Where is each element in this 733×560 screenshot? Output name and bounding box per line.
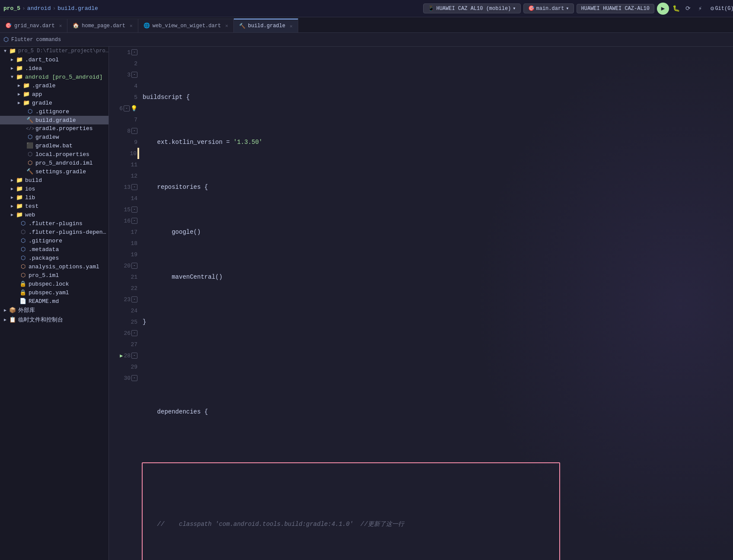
- sidebar-item-flutter-plugins-dep[interactable]: ⬡ .flutter-plugins-depende...: [0, 228, 108, 236]
- file-dropdown[interactable]: 🎯 main.dart ▾: [523, 3, 574, 13]
- tab-close-btn4[interactable]: ✕: [290, 23, 293, 29]
- folder-icon: 📁: [16, 185, 23, 192]
- fold-marker-28[interactable]: -: [131, 353, 137, 359]
- sidebar-item-gradle-props[interactable]: </> gradle.properties: [0, 124, 108, 133]
- item-label: gradle: [32, 100, 52, 106]
- tab-web-view[interactable]: 🌐 web_view_on_wiget.dart ✕: [138, 19, 234, 32]
- project-name[interactable]: pro_5: [3, 5, 20, 12]
- fold-marker-13[interactable]: -: [131, 184, 137, 190]
- sidebar-item-analysis-options[interactable]: ⬡ analysis_options.yaml: [0, 262, 108, 271]
- tab-grid-nav[interactable]: 🎯 grid_nav.dart ✕: [0, 19, 67, 32]
- fold-marker-16[interactable]: -: [131, 218, 137, 224]
- sidebar-item-gitignore-android[interactable]: ⬡ .gitignore: [0, 107, 108, 116]
- sidebar-item-temp-files[interactable]: ▶ 📋 临时文件和控制台: [0, 315, 108, 325]
- device-dropdown[interactable]: 📱 HUAWEI CAZ AL10 (mobile) ▾: [423, 3, 520, 13]
- fold-marker-20[interactable]: -: [131, 263, 137, 269]
- toolbar-actions: ▶ 🐛 ⟳ ⚡ ⚙ Git(G): [657, 3, 730, 15]
- sidebar-item-external-lib[interactable]: ▶ 📦 外部库: [0, 305, 108, 315]
- main-layout: ▼ 📁 pro_5 D:\flutter_project\pro_5 ▶ 📁 .…: [0, 47, 733, 560]
- hot-reload-button[interactable]: ⚡: [695, 3, 705, 14]
- fold-marker-3[interactable]: -: [131, 72, 137, 78]
- sidebar-item-pro5-android-iml[interactable]: ⬡ pro_5_android.iml: [0, 159, 108, 167]
- fold-marker-8[interactable]: -: [131, 128, 137, 134]
- reload-button[interactable]: ⟳: [683, 3, 693, 14]
- code-line-6: }: [143, 316, 733, 328]
- file-icon: ⬡: [26, 134, 34, 140]
- sidebar-item-web[interactable]: ▶ 📁 web: [0, 210, 108, 219]
- folder-icon: 📁: [22, 99, 30, 106]
- breadcrumb: pro_5 › android › build.gradle: [3, 5, 98, 12]
- fold-marker-30[interactable]: -: [131, 375, 137, 381]
- tab-bar: 🎯 grid_nav.dart ✕ 🏠 home_page.dart ✕ 🌐 w…: [0, 17, 733, 33]
- code-line-3: repositories {: [143, 181, 733, 193]
- doc-icon: 📄: [19, 298, 27, 305]
- sidebar-item-packages[interactable]: ⬡ .packages: [0, 254, 108, 262]
- sidebar-item-build-gradle[interactable]: 🔨 build.gradle: [0, 116, 108, 124]
- line-num-28: ▶ 28 -: [109, 350, 139, 361]
- run-button[interactable]: ▶: [657, 3, 669, 15]
- sidebar-item-android[interactable]: ▼ 📁 android [pro_5_android]: [0, 73, 108, 81]
- item-label: web: [25, 212, 35, 218]
- tab-close-btn[interactable]: ✕: [59, 23, 62, 29]
- sidebar-item-dart-tool[interactable]: ▶ 📁 .dart_tool: [0, 55, 108, 64]
- device2-display: HUAWEI HUAWEI CAZ-AL10: [577, 4, 654, 13]
- sidebar-item-gitignore-root[interactable]: ⬡ .gitignore: [0, 236, 108, 245]
- sidebar-item-gradle-sub[interactable]: ▶ 📁 .gradle: [0, 81, 108, 90]
- sidebar-item-idea[interactable]: ▶ 📁 .idea: [0, 64, 108, 73]
- package-icon: 📦: [9, 307, 16, 314]
- line-num-1: 1 -: [109, 47, 139, 58]
- git-button[interactable]: Git(G): [719, 3, 730, 14]
- chevron-down-icon: ▾: [513, 5, 516, 12]
- item-label: gradlew: [35, 134, 59, 140]
- tab-home-page[interactable]: 🏠 home_page.dart ✕: [67, 19, 138, 32]
- breadcrumb-android[interactable]: android: [27, 5, 51, 12]
- tab-build-gradle[interactable]: 🔨 build.gradle ✕: [234, 19, 298, 32]
- item-label: pubspec.lock: [29, 281, 69, 287]
- sidebar-item-pubspec-yaml[interactable]: 🔒 pubspec.yaml: [0, 288, 108, 297]
- sidebar-item-settings-gradle[interactable]: 🔨 settings.gradle: [0, 167, 108, 176]
- sidebar-item-gradle-dir[interactable]: ▶ 📁 gradle: [0, 99, 108, 107]
- arrow-icon: ▶: [2, 317, 9, 322]
- sidebar-item-build[interactable]: ▶ 📁 build: [0, 176, 108, 185]
- line-num-9: 9: [109, 137, 139, 148]
- lightbulb-icon[interactable]: 💡: [131, 105, 137, 112]
- item-label: .flutter-plugins-depende...: [29, 229, 108, 235]
- sidebar-item-lib[interactable]: ▶ 📁 lib: [0, 193, 108, 202]
- dart-file-icon: 🎯: [5, 22, 12, 29]
- sidebar-item-test[interactable]: ▶ 📁 test: [0, 202, 108, 210]
- sidebar-item-pro5-iml[interactable]: ⬡ pro_5.iml: [0, 271, 108, 280]
- item-label: ios: [25, 186, 35, 192]
- sidebar-item-flutter-plugins[interactable]: ⬡ .flutter-plugins: [0, 219, 108, 228]
- run-gutter-icon[interactable]: ▶: [120, 353, 123, 359]
- tab-label2: home_page.dart: [82, 23, 125, 29]
- code-container: 1 - 2 3 - 4 5: [109, 47, 733, 560]
- sidebar-item-app[interactable]: ▶ 📁 app: [0, 90, 108, 99]
- item-label: build.gradle: [35, 117, 76, 124]
- fold-marker-23[interactable]: -: [131, 296, 137, 302]
- arrow-icon: ▶: [9, 57, 16, 62]
- sidebar-item-gradlew[interactable]: ⬡ gradlew: [0, 133, 108, 141]
- code-editor[interactable]: 1 - 2 3 - 4 5: [109, 47, 733, 560]
- fold-marker-1[interactable]: -: [131, 49, 137, 55]
- sidebar-item-metadata[interactable]: ⬡ .metadata: [0, 245, 108, 254]
- tab-close-btn2[interactable]: ✕: [130, 23, 133, 29]
- sidebar-item-pro5[interactable]: ▼ 📁 pro_5 D:\flutter_project\pro_5: [0, 47, 108, 55]
- fold-marker-15[interactable]: -: [131, 207, 137, 213]
- sidebar-item-readme[interactable]: 📄 README.md: [0, 297, 108, 305]
- code-line-7: [143, 361, 733, 372]
- item-label: analysis_options.yaml: [29, 264, 99, 270]
- fold-marker-26[interactable]: -: [131, 330, 137, 336]
- sidebar-item-gradlew-bat[interactable]: ⬛ gradlew.bat: [0, 141, 108, 150]
- debug-button[interactable]: 🐛: [671, 3, 681, 14]
- breadcrumb-file[interactable]: build.gradle: [57, 5, 98, 12]
- android-folder-icon: 📁: [16, 73, 23, 80]
- folder-icon: 📁: [22, 82, 30, 89]
- line-num-17: 17: [109, 226, 139, 238]
- sidebar-item-pubspec-lock[interactable]: 🔒 pubspec.lock: [0, 280, 108, 288]
- line-num-12: 12: [109, 170, 139, 181]
- sidebar-item-local-props[interactable]: ⬡ local.properties: [0, 150, 108, 159]
- sidebar-item-ios[interactable]: ▶ 📁 ios: [0, 185, 108, 193]
- code-content: buildscript { ext.kotlin_version = '1.3.…: [139, 47, 733, 560]
- tab-close-btn3[interactable]: ✕: [225, 23, 228, 29]
- fold-marker-6[interactable]: -: [124, 105, 130, 111]
